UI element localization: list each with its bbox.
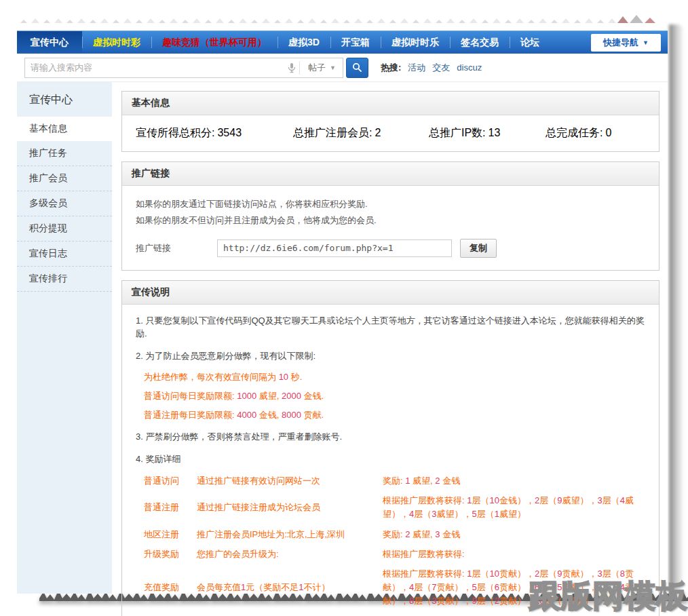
hot-search-link-friends[interactable]: 交友 bbox=[432, 62, 450, 74]
promo-link-form: 推广链接 复制 bbox=[136, 239, 645, 258]
sidebar: 宣传中心 基本信息 推广任务 推广会员 多级会员 积分提现 宣传日志 宣传排行 bbox=[17, 82, 112, 594]
promo-link-desc-2: 如果你的朋友不但访问并且注册成为会员，他将成为您的会员. bbox=[136, 214, 645, 228]
hot-search-label: 热搜: bbox=[381, 62, 401, 74]
promo-link-body: 如果你的朋友通过下面链接访问站点，你将获相应积分奖励. 如果你的朋友不但访问并且… bbox=[122, 186, 659, 270]
sidebar-item-promo-log[interactable]: 宣传日志 bbox=[17, 242, 112, 267]
reward-name: 充值奖励 bbox=[144, 581, 186, 594]
promo-link-url-input[interactable] bbox=[217, 239, 452, 257]
stat-value: 0 bbox=[605, 127, 611, 138]
nav-tab-promotion-center[interactable]: 宣传中心 bbox=[17, 31, 82, 54]
limit-item: 普通注册每日奖励限额: 4000 金钱, 8000 贡献. bbox=[144, 409, 645, 421]
microphone-icon[interactable] bbox=[284, 62, 299, 73]
search-input[interactable] bbox=[25, 59, 284, 77]
reward-name: 普通访问 bbox=[144, 474, 186, 488]
reward-value: 奖励: 2 威望, 3 金钱 bbox=[383, 528, 645, 541]
torn-top-edge bbox=[19, 15, 664, 26]
instruction-item-3: 3. 严禁刷分做弊，否则将禁言处理，严重者删除账号. bbox=[136, 430, 645, 444]
page-edge-shadow bbox=[669, 24, 684, 593]
hot-search-link-activity[interactable]: 活动 bbox=[408, 62, 425, 74]
hot-search: 热搜: 活动 交友 discuz bbox=[381, 62, 482, 74]
sidebar-item-promo-tasks[interactable]: 推广任务 bbox=[17, 141, 112, 166]
nav-tab-signature-trade[interactable]: 签名交易 bbox=[450, 31, 510, 54]
reward-condition: 通过推广链接有效访问网站一次 bbox=[197, 474, 372, 488]
nav-tab-virtual-ssl[interactable]: 虚拟时时乐 bbox=[381, 31, 450, 54]
stat-value: 2 bbox=[375, 127, 381, 138]
stat-value: 13 bbox=[489, 127, 501, 138]
top-navbar: 宣传中心 虚拟时时彩 趣味竞猜（世界杯可用） 虚拟3D 开宝箱 虚拟时时乐 签名… bbox=[17, 31, 668, 54]
search-scope-dropdown[interactable]: 帖子 ▼ bbox=[299, 61, 343, 75]
nav-tab-treasure-box[interactable]: 开宝箱 bbox=[330, 31, 381, 54]
basic-info-section: 基本信息 宣传所得总积分:3543 总推广注册会员:2 总推广IP数:13 总完… bbox=[121, 91, 660, 152]
chevron-down-icon: ▼ bbox=[330, 64, 336, 71]
stat-total-points: 宣传所得总积分:3543 bbox=[136, 126, 293, 140]
reward-condition: 通过推广链接注册成为论坛会员 bbox=[197, 501, 372, 514]
reward-condition: 您推广的会员升级为: bbox=[197, 547, 372, 561]
instructions-section: 宣传说明 1. 只要您复制以下宣传代码到QQ及其它聊天工具或论坛个人主页等地方，… bbox=[121, 280, 660, 616]
reward-value: 奖励: 1 威望, 2 金钱 bbox=[383, 474, 645, 488]
stat-tasks-done: 总完成任务:0 bbox=[546, 126, 611, 140]
reward-value: 根据推广层数将获得: 1层（10金钱），2层（9威望），3层（4威望），4层（3… bbox=[383, 494, 645, 521]
stat-registered-members: 总推广注册会员:2 bbox=[293, 126, 429, 140]
promo-link-field-label: 推广链接 bbox=[136, 242, 217, 254]
limit-list: 为杜绝作弊，每次有效宣传间隔为 10 秒. 普通访问每日奖励限额: 1000 威… bbox=[144, 371, 645, 421]
search-icon bbox=[352, 62, 362, 73]
quick-nav-label: 快捷导航 bbox=[603, 37, 638, 49]
content-area: 宣传中心 基本信息 推广任务 推广会员 多级会员 积分提现 宣传日志 宣传排行 … bbox=[17, 82, 668, 594]
sidebar-item-multilevel-members[interactable]: 多级会员 bbox=[17, 191, 112, 216]
instructions-body: 1. 只要您复制以下宣传代码到QQ及其它聊天工具或论坛个人主页等地方，其它访客通… bbox=[122, 305, 659, 616]
chevron-down-icon: ▼ bbox=[643, 39, 649, 46]
screenshot-stage: 宣传中心 虚拟时时彩 趣味竞猜（世界杯可用） 虚拟3D 开宝箱 虚拟时时乐 签名… bbox=[0, 0, 688, 616]
sidebar-item-points-withdraw[interactable]: 积分提现 bbox=[17, 216, 112, 242]
search-scope-label: 帖子 bbox=[308, 62, 326, 74]
main-panel: 基本信息 宣传所得总积分:3543 总推广注册会员:2 总推广IP数:13 总完… bbox=[112, 82, 668, 594]
reward-condition: 推广注册会员IP地址为:北京,上海,深圳 bbox=[197, 528, 372, 541]
promo-link-title: 推广链接 bbox=[122, 162, 659, 186]
nav-tab-fun-quiz[interactable]: 趣味竞猜（世界杯可用） bbox=[151, 31, 278, 54]
reward-value: 根据推广层数将获得: bbox=[383, 547, 645, 561]
stat-label: 总完成任务: bbox=[546, 127, 603, 138]
sidebar-item-basic-info[interactable]: 基本信息 bbox=[17, 117, 112, 141]
sidebar-item-promo-members[interactable]: 推广会员 bbox=[17, 166, 112, 191]
nav-tab-virtual-lottery[interactable]: 虚拟时时彩 bbox=[82, 31, 151, 54]
stat-value: 3543 bbox=[217, 127, 242, 138]
stat-label: 宣传所得总积分: bbox=[136, 127, 214, 138]
search-row: 帖子 ▼ 热搜: 活动 交友 discuz bbox=[17, 54, 668, 82]
copy-button[interactable]: 复制 bbox=[460, 239, 497, 258]
reward-name: 升级奖励 bbox=[144, 547, 186, 561]
instruction-item-4: 4. 奖励详细 bbox=[136, 453, 645, 466]
basic-info-title: 基本信息 bbox=[122, 92, 659, 115]
instructions-title: 宣传说明 bbox=[122, 281, 659, 305]
reward-condition: 会员每充值1元（奖励不足1不计） bbox=[197, 581, 372, 594]
search-box: 帖子 ▼ bbox=[24, 58, 343, 78]
stat-label: 总推广IP数: bbox=[429, 127, 486, 138]
reward-name: 地区注册 bbox=[144, 528, 186, 541]
basic-info-stats: 宣传所得总积分:3543 总推广注册会员:2 总推广IP数:13 总完成任务:0 bbox=[122, 115, 659, 151]
quick-nav-button[interactable]: 快捷导航 ▼ bbox=[591, 34, 661, 52]
hot-search-link-discuz[interactable]: discuz bbox=[457, 62, 482, 73]
promo-link-section: 推广链接 如果你的朋友通过下面链接访问站点，你将获相应积分奖励. 如果你的朋友不… bbox=[121, 161, 660, 271]
search-button[interactable] bbox=[346, 58, 368, 78]
sidebar-title: 宣传中心 bbox=[17, 82, 112, 116]
forum-page: 宣传中心 虚拟时时彩 趣味竞猜（世界杯可用） 虚拟3D 开宝箱 虚拟时时乐 签名… bbox=[17, 31, 668, 594]
limit-item: 普通访问每日奖励限额: 1000 威望, 2000 金钱. bbox=[144, 390, 645, 402]
nav-tab-forum[interactable]: 论坛 bbox=[510, 31, 550, 54]
instruction-item-1: 1. 只要您复制以下宣传代码到QQ及其它聊天工具或论坛个人主页等地方，其它访客通… bbox=[136, 314, 645, 341]
sidebar-item-promo-ranking[interactable]: 宣传排行 bbox=[17, 267, 112, 292]
stat-label: 总推广注册会员: bbox=[293, 127, 372, 138]
watermark-text: 跟版网模板 bbox=[529, 575, 688, 616]
nav-tab-virtual-3d[interactable]: 虚拟3D bbox=[278, 31, 330, 54]
reward-name: 普通注册 bbox=[144, 501, 186, 514]
stat-ip-count: 总推广IP数:13 bbox=[429, 126, 546, 140]
instruction-item-2: 2. 为了防止会员恶意刷分做弊，现有以下限制: bbox=[136, 349, 645, 363]
promo-link-desc-1: 如果你的朋友通过下面链接访问站点，你将获相应积分奖励. bbox=[136, 197, 645, 212]
limit-item: 为杜绝作弊，每次有效宣传间隔为 10 秒. bbox=[144, 371, 645, 383]
